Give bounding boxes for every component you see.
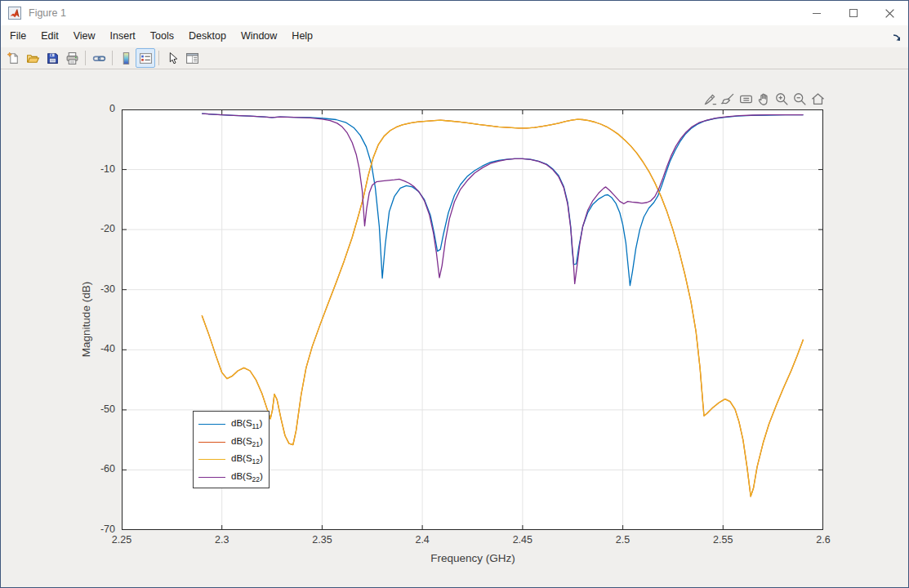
pan-icon[interactable] [755, 91, 773, 108]
menu-item-help[interactable]: Help [284, 25, 320, 47]
menu-item-window[interactable]: Window [234, 25, 284, 47]
brush-icon[interactable] [720, 91, 737, 108]
new-figure-button[interactable] [3, 48, 23, 68]
x-tick-label: 2.4 [415, 534, 429, 546]
figure-toolbar [1, 47, 908, 69]
menu-item-view[interactable]: View [66, 25, 103, 47]
figure-window: Figure 1 FileEditViewInsertToolsDesktopW… [0, 0, 909, 588]
y-tick-label: -30 [76, 283, 115, 295]
edit-plot-icon [166, 51, 180, 65]
legend-entry: dB(S21) [194, 434, 269, 452]
insert-legend-icon [139, 51, 153, 65]
menu-item-insert[interactable]: Insert [103, 25, 143, 47]
x-tick-label: 2.45 [513, 534, 532, 546]
edit-plot-button[interactable] [163, 48, 182, 68]
property-editor-icon [185, 51, 199, 65]
x-tick-label: 2.55 [713, 534, 733, 546]
legend-entry: dB(S22) [194, 469, 269, 487]
close-icon [884, 8, 895, 19]
save-figure-button[interactable] [42, 48, 62, 68]
x-axis-label: Frequency (GHz) [430, 552, 515, 564]
series-dB(S12)[interactable] [202, 119, 803, 497]
restore-view-icon[interactable] [809, 91, 827, 108]
window-controls [798, 1, 908, 25]
legend-entry: dB(S11) [194, 416, 269, 434]
export-icon[interactable] [702, 91, 719, 108]
open-file-icon [26, 51, 40, 65]
link-plot-icon [92, 51, 106, 65]
insert-colorbar-icon [119, 51, 133, 65]
legend-line-sample [198, 424, 225, 425]
matlab-logo-icon [8, 7, 21, 20]
link-plot-button[interactable] [89, 48, 109, 68]
minimize-icon [812, 8, 822, 18]
x-tick-label: 2.5 [616, 534, 630, 546]
y-tick-label: -70 [76, 523, 115, 535]
x-tick-label: 2.3 [215, 534, 229, 546]
legend-label: dB(S12) [231, 453, 263, 466]
print-figure-button[interactable] [62, 48, 82, 68]
new-figure-icon [7, 51, 20, 65]
window-title: Figure 1 [29, 7, 66, 19]
legend-label: dB(S22) [231, 471, 263, 483]
datatips-icon[interactable] [737, 91, 755, 108]
legend-label: dB(S11) [231, 418, 262, 430]
toolbar-separator [85, 51, 86, 65]
series-dB(S11)[interactable] [202, 114, 803, 285]
property-editor-button[interactable] [182, 48, 202, 68]
y-tick-label: -50 [76, 403, 115, 415]
maximize-button[interactable] [835, 1, 871, 25]
maximize-icon [849, 8, 858, 18]
series-dB(S22)[interactable] [202, 114, 803, 283]
x-tick-label: 2.6 [816, 534, 830, 546]
legend-line-sample [198, 477, 225, 478]
axes-toolbar [702, 91, 827, 108]
insert-legend-button[interactable] [136, 48, 155, 68]
open-file-button[interactable] [23, 48, 42, 68]
toolbar-separator [158, 51, 159, 65]
y-tick-label: 0 [76, 103, 115, 114]
legend-line-sample [198, 442, 225, 443]
y-tick-label: -10 [76, 163, 115, 175]
legend-label: dB(S21) [231, 436, 263, 448]
minimize-button[interactable] [798, 1, 835, 25]
zoom-out-icon[interactable] [791, 91, 809, 108]
menu-item-edit[interactable]: Edit [33, 25, 66, 47]
y-tick-label: -60 [76, 463, 115, 474]
menu-item-file[interactable]: File [2, 25, 33, 47]
title-bar: Figure 1 [1, 1, 908, 25]
menu-bar: FileEditViewInsertToolsDesktopWindowHelp [1, 25, 908, 47]
dock-arrow-icon[interactable] [892, 32, 902, 42]
y-tick-label: -40 [76, 343, 115, 354]
menu-item-tools[interactable]: Tools [143, 25, 181, 47]
close-button[interactable] [871, 1, 908, 25]
x-tick-label: 2.35 [312, 534, 332, 546]
menu-item-desktop[interactable]: Desktop [181, 25, 234, 47]
legend-box[interactable]: dB(S11)dB(S21)dB(S12)dB(S22) [193, 411, 270, 488]
toolbar-separator [112, 51, 113, 65]
zoom-in-icon[interactable] [773, 91, 791, 108]
print-figure-icon [65, 51, 79, 65]
legend-line-sample [198, 459, 225, 460]
insert-colorbar-button[interactable] [116, 48, 136, 68]
series-dB(S21)[interactable] [202, 119, 803, 497]
y-tick-label: -20 [76, 223, 115, 234]
x-tick-label: 2.25 [112, 534, 131, 546]
save-figure-icon [46, 51, 60, 65]
legend-entry: dB(S12) [194, 451, 269, 469]
